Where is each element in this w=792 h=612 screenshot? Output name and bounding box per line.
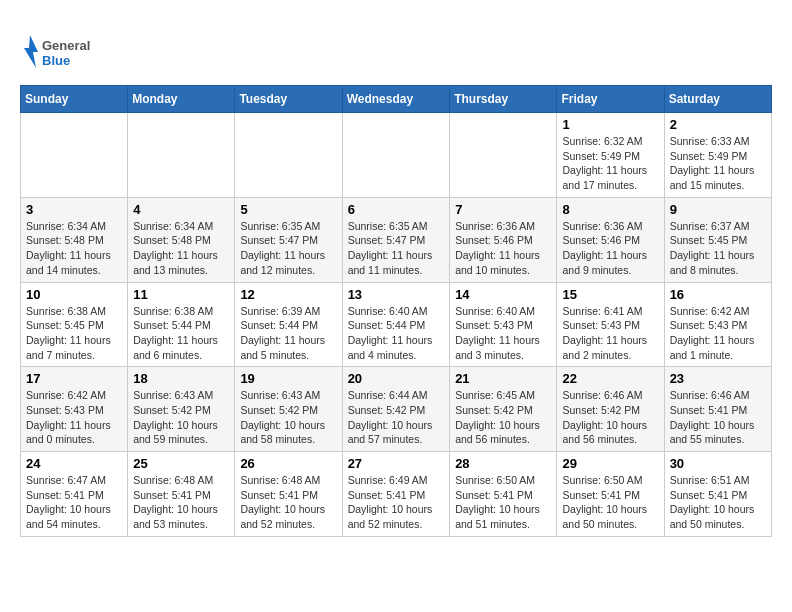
calendar-table: SundayMondayTuesdayWednesdayThursdayFrid… xyxy=(20,85,772,537)
day-number: 19 xyxy=(240,371,336,386)
day-number: 27 xyxy=(348,456,445,471)
day-number: 10 xyxy=(26,287,122,302)
svg-marker-2 xyxy=(24,35,38,68)
day-info: Sunrise: 6:46 AMSunset: 5:42 PMDaylight:… xyxy=(562,388,658,447)
day-info: Sunrise: 6:48 AMSunset: 5:41 PMDaylight:… xyxy=(240,473,336,532)
calendar-cell: 16Sunrise: 6:42 AMSunset: 5:43 PMDayligh… xyxy=(664,282,771,367)
day-number: 5 xyxy=(240,202,336,217)
calendar-cell xyxy=(342,113,450,198)
day-number: 3 xyxy=(26,202,122,217)
day-info: Sunrise: 6:49 AMSunset: 5:41 PMDaylight:… xyxy=(348,473,445,532)
calendar-cell: 12Sunrise: 6:39 AMSunset: 5:44 PMDayligh… xyxy=(235,282,342,367)
header-friday: Friday xyxy=(557,86,664,113)
day-info: Sunrise: 6:33 AMSunset: 5:49 PMDaylight:… xyxy=(670,134,766,193)
week-row-4: 17Sunrise: 6:42 AMSunset: 5:43 PMDayligh… xyxy=(21,367,772,452)
day-number: 21 xyxy=(455,371,551,386)
day-number: 25 xyxy=(133,456,229,471)
calendar-cell: 23Sunrise: 6:46 AMSunset: 5:41 PMDayligh… xyxy=(664,367,771,452)
week-row-2: 3Sunrise: 6:34 AMSunset: 5:48 PMDaylight… xyxy=(21,197,772,282)
day-info: Sunrise: 6:35 AMSunset: 5:47 PMDaylight:… xyxy=(348,219,445,278)
day-info: Sunrise: 6:36 AMSunset: 5:46 PMDaylight:… xyxy=(455,219,551,278)
day-number: 14 xyxy=(455,287,551,302)
day-info: Sunrise: 6:51 AMSunset: 5:41 PMDaylight:… xyxy=(670,473,766,532)
day-number: 18 xyxy=(133,371,229,386)
calendar-cell xyxy=(128,113,235,198)
svg-text:General: General xyxy=(42,38,90,53)
day-info: Sunrise: 6:35 AMSunset: 5:47 PMDaylight:… xyxy=(240,219,336,278)
calendar-cell: 2Sunrise: 6:33 AMSunset: 5:49 PMDaylight… xyxy=(664,113,771,198)
day-info: Sunrise: 6:45 AMSunset: 5:42 PMDaylight:… xyxy=(455,388,551,447)
day-info: Sunrise: 6:37 AMSunset: 5:45 PMDaylight:… xyxy=(670,219,766,278)
day-info: Sunrise: 6:38 AMSunset: 5:45 PMDaylight:… xyxy=(26,304,122,363)
logo: General Blue xyxy=(20,30,100,75)
day-number: 20 xyxy=(348,371,445,386)
calendar-cell: 21Sunrise: 6:45 AMSunset: 5:42 PMDayligh… xyxy=(450,367,557,452)
day-info: Sunrise: 6:47 AMSunset: 5:41 PMDaylight:… xyxy=(26,473,122,532)
calendar-cell: 5Sunrise: 6:35 AMSunset: 5:47 PMDaylight… xyxy=(235,197,342,282)
calendar-cell: 27Sunrise: 6:49 AMSunset: 5:41 PMDayligh… xyxy=(342,452,450,537)
calendar-cell: 9Sunrise: 6:37 AMSunset: 5:45 PMDaylight… xyxy=(664,197,771,282)
calendar-cell: 8Sunrise: 6:36 AMSunset: 5:46 PMDaylight… xyxy=(557,197,664,282)
day-number: 7 xyxy=(455,202,551,217)
header-wednesday: Wednesday xyxy=(342,86,450,113)
calendar-cell xyxy=(235,113,342,198)
day-number: 15 xyxy=(562,287,658,302)
day-info: Sunrise: 6:40 AMSunset: 5:44 PMDaylight:… xyxy=(348,304,445,363)
day-info: Sunrise: 6:41 AMSunset: 5:43 PMDaylight:… xyxy=(562,304,658,363)
calendar-header-row: SundayMondayTuesdayWednesdayThursdayFrid… xyxy=(21,86,772,113)
day-info: Sunrise: 6:39 AMSunset: 5:44 PMDaylight:… xyxy=(240,304,336,363)
day-number: 26 xyxy=(240,456,336,471)
day-number: 24 xyxy=(26,456,122,471)
day-number: 17 xyxy=(26,371,122,386)
day-number: 16 xyxy=(670,287,766,302)
calendar-cell: 10Sunrise: 6:38 AMSunset: 5:45 PMDayligh… xyxy=(21,282,128,367)
calendar-cell: 30Sunrise: 6:51 AMSunset: 5:41 PMDayligh… xyxy=(664,452,771,537)
calendar-cell: 14Sunrise: 6:40 AMSunset: 5:43 PMDayligh… xyxy=(450,282,557,367)
header-sunday: Sunday xyxy=(21,86,128,113)
calendar-cell: 1Sunrise: 6:32 AMSunset: 5:49 PMDaylight… xyxy=(557,113,664,198)
day-info: Sunrise: 6:46 AMSunset: 5:41 PMDaylight:… xyxy=(670,388,766,447)
day-number: 22 xyxy=(562,371,658,386)
day-number: 1 xyxy=(562,117,658,132)
calendar-cell: 18Sunrise: 6:43 AMSunset: 5:42 PMDayligh… xyxy=(128,367,235,452)
calendar-cell: 6Sunrise: 6:35 AMSunset: 5:47 PMDaylight… xyxy=(342,197,450,282)
day-info: Sunrise: 6:43 AMSunset: 5:42 PMDaylight:… xyxy=(133,388,229,447)
day-info: Sunrise: 6:40 AMSunset: 5:43 PMDaylight:… xyxy=(455,304,551,363)
day-number: 11 xyxy=(133,287,229,302)
page-header: General Blue xyxy=(20,20,772,75)
week-row-5: 24Sunrise: 6:47 AMSunset: 5:41 PMDayligh… xyxy=(21,452,772,537)
day-number: 9 xyxy=(670,202,766,217)
day-info: Sunrise: 6:50 AMSunset: 5:41 PMDaylight:… xyxy=(562,473,658,532)
calendar-cell: 15Sunrise: 6:41 AMSunset: 5:43 PMDayligh… xyxy=(557,282,664,367)
calendar-cell xyxy=(450,113,557,198)
calendar-cell: 28Sunrise: 6:50 AMSunset: 5:41 PMDayligh… xyxy=(450,452,557,537)
day-info: Sunrise: 6:42 AMSunset: 5:43 PMDaylight:… xyxy=(26,388,122,447)
day-info: Sunrise: 6:50 AMSunset: 5:41 PMDaylight:… xyxy=(455,473,551,532)
day-number: 29 xyxy=(562,456,658,471)
header-saturday: Saturday xyxy=(664,86,771,113)
calendar-cell: 17Sunrise: 6:42 AMSunset: 5:43 PMDayligh… xyxy=(21,367,128,452)
calendar-cell: 3Sunrise: 6:34 AMSunset: 5:48 PMDaylight… xyxy=(21,197,128,282)
day-info: Sunrise: 6:44 AMSunset: 5:42 PMDaylight:… xyxy=(348,388,445,447)
day-info: Sunrise: 6:43 AMSunset: 5:42 PMDaylight:… xyxy=(240,388,336,447)
week-row-1: 1Sunrise: 6:32 AMSunset: 5:49 PMDaylight… xyxy=(21,113,772,198)
calendar-cell: 25Sunrise: 6:48 AMSunset: 5:41 PMDayligh… xyxy=(128,452,235,537)
day-number: 2 xyxy=(670,117,766,132)
calendar-cell: 26Sunrise: 6:48 AMSunset: 5:41 PMDayligh… xyxy=(235,452,342,537)
calendar-cell: 22Sunrise: 6:46 AMSunset: 5:42 PMDayligh… xyxy=(557,367,664,452)
calendar-cell xyxy=(21,113,128,198)
day-number: 13 xyxy=(348,287,445,302)
day-info: Sunrise: 6:38 AMSunset: 5:44 PMDaylight:… xyxy=(133,304,229,363)
logo-svg: General Blue xyxy=(20,30,100,75)
header-monday: Monday xyxy=(128,86,235,113)
calendar-cell: 19Sunrise: 6:43 AMSunset: 5:42 PMDayligh… xyxy=(235,367,342,452)
day-number: 8 xyxy=(562,202,658,217)
day-info: Sunrise: 6:48 AMSunset: 5:41 PMDaylight:… xyxy=(133,473,229,532)
svg-text:Blue: Blue xyxy=(42,53,70,68)
day-number: 28 xyxy=(455,456,551,471)
day-number: 23 xyxy=(670,371,766,386)
calendar-cell: 29Sunrise: 6:50 AMSunset: 5:41 PMDayligh… xyxy=(557,452,664,537)
day-info: Sunrise: 6:42 AMSunset: 5:43 PMDaylight:… xyxy=(670,304,766,363)
week-row-3: 10Sunrise: 6:38 AMSunset: 5:45 PMDayligh… xyxy=(21,282,772,367)
header-thursday: Thursday xyxy=(450,86,557,113)
